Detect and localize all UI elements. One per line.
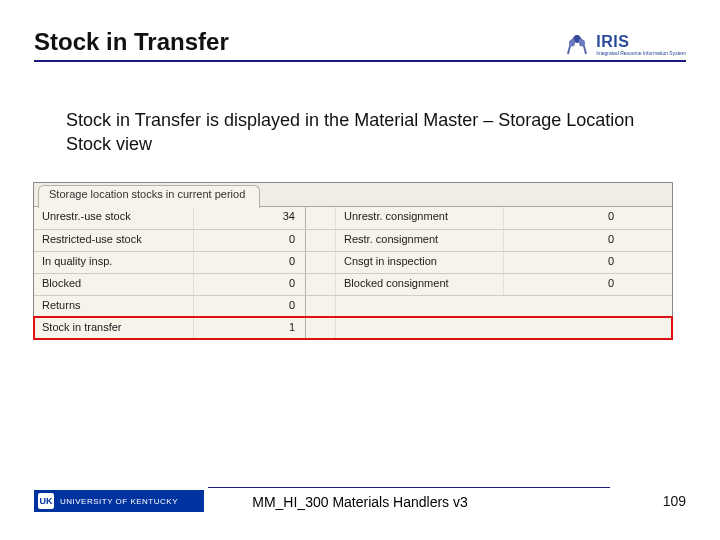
- table-row: Blocked0Blocked consignment0: [34, 273, 672, 295]
- stock-value: 1: [194, 318, 306, 339]
- stock-value: 0: [194, 296, 306, 317]
- consignment-value: 0: [504, 274, 624, 295]
- table-row: Stock in transfer1: [34, 317, 672, 339]
- consignment-value: [504, 296, 624, 317]
- table-row: Unrestr.-use stock34Unrestr. consignment…: [34, 207, 672, 229]
- stock-panel: Storage location stocks in current perio…: [33, 182, 673, 340]
- table-row: In quality insp.0Cnsgt in inspection0: [34, 251, 672, 273]
- stock-type-label: Restricted-use stock: [34, 230, 194, 251]
- stock-value: 0: [194, 252, 306, 273]
- stock-type-label: Returns: [34, 296, 194, 317]
- consignment-value: 0: [504, 207, 624, 229]
- footer-divider: [208, 487, 610, 488]
- spacer: [306, 207, 336, 229]
- stock-value: 0: [194, 230, 306, 251]
- stock-type-label: Stock in transfer: [34, 318, 194, 339]
- spacer: [306, 318, 336, 339]
- consignment-value: 0: [504, 230, 624, 251]
- stock-value: 0: [194, 274, 306, 295]
- spacer: [306, 230, 336, 251]
- spacer: [306, 274, 336, 295]
- consignment-label: [336, 296, 504, 317]
- spacer: [306, 252, 336, 273]
- consignment-label: Cnsgt in inspection: [336, 252, 504, 273]
- stock-value: 34: [194, 207, 306, 229]
- consignment-label: Blocked consignment: [336, 274, 504, 295]
- iris-wordmark: IRIS: [596, 33, 629, 51]
- table-row: Returns0: [34, 295, 672, 317]
- svg-point-2: [579, 40, 585, 47]
- page-title: Stock in Transfer: [34, 28, 229, 56]
- stock-type-label: Unrestr.-use stock: [34, 207, 194, 229]
- footer-title: MM_HI_300 Materials Handlers v3: [0, 494, 720, 510]
- body-text: Stock in Transfer is displayed in the Ma…: [66, 108, 660, 157]
- iris-subtitle: Integrated Resource Information System: [596, 51, 686, 56]
- iris-logo: IRIS Integrated Resource Information Sys…: [562, 32, 686, 56]
- iris-icon: [562, 32, 592, 56]
- table-row: Restricted-use stock0Restr. consignment0: [34, 229, 672, 251]
- consignment-label: Unrestr. consignment: [336, 207, 504, 229]
- stock-type-label: In quality insp.: [34, 252, 194, 273]
- stock-type-label: Blocked: [34, 274, 194, 295]
- tab-storage-location-stocks[interactable]: Storage location stocks in current perio…: [38, 185, 260, 208]
- consignment-label: Restr. consignment: [336, 230, 504, 251]
- consignment-label: [336, 318, 504, 339]
- svg-point-1: [569, 40, 575, 47]
- consignment-value: 0: [504, 252, 624, 273]
- consignment-value: [504, 318, 624, 339]
- spacer: [306, 296, 336, 317]
- svg-point-0: [574, 35, 580, 43]
